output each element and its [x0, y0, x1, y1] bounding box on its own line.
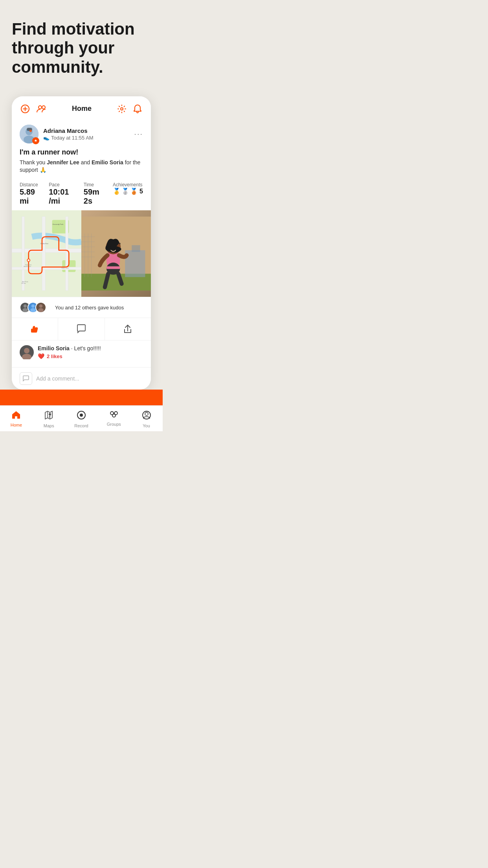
add-icon[interactable]	[20, 103, 31, 114]
svg-point-3	[39, 106, 42, 109]
header-title: Home	[72, 105, 92, 113]
kudos-text: You and 12 others gave kudos	[55, 305, 124, 311]
add-comment-row[interactable]: Add a comment...	[12, 367, 151, 390]
hero-section: Find motivation through your community.	[0, 0, 163, 88]
maps-icon	[44, 410, 53, 422]
svg-point-53	[38, 308, 44, 312]
comment-button[interactable]	[58, 318, 105, 340]
nav-home[interactable]: Home	[0, 409, 33, 430]
svg-rect-36	[106, 267, 120, 269]
svg-rect-54	[31, 329, 33, 333]
add-comment-input[interactable]: Add a comment...	[36, 375, 79, 382]
svg-text:Charles River: Charles River	[40, 243, 49, 245]
comment-body: Emilio Soria · Let's go!!!!! ❤️ 2 likes	[38, 345, 143, 359]
groups-label: Groups	[107, 422, 121, 427]
bell-icon[interactable]	[132, 103, 143, 114]
stat-achievements: Achievements 🥇 🥈 🥉 5	[113, 182, 143, 206]
svg-rect-18	[66, 217, 68, 291]
kudos-button[interactable]	[12, 318, 58, 340]
bronze-medal-icon: 🥉	[130, 188, 138, 195]
svg-point-4	[42, 106, 45, 109]
more-options-button[interactable]: ···	[134, 129, 143, 138]
svg-point-49	[22, 308, 28, 312]
stat-pace: Pace 10:01 /mi	[49, 182, 76, 206]
stat-time: Time 59m 2s	[84, 182, 105, 206]
comment-likes: ❤️ 2 likes	[38, 353, 143, 359]
home-icon	[11, 410, 21, 421]
comment-item: Emilio Soria · Let's go!!!!! ❤️ 2 likes	[20, 345, 143, 359]
share-button[interactable]	[105, 318, 151, 340]
svg-text:Harvard Stadium: Harvard Stadium	[24, 266, 31, 267]
you-label: You	[143, 423, 150, 428]
nav-record[interactable]: Record	[65, 409, 98, 430]
gold-medal-icon: 🥇	[113, 188, 121, 195]
nav-you[interactable]: You	[130, 409, 163, 430]
card-header: Home	[12, 96, 151, 120]
gear-icon[interactable]	[116, 103, 127, 114]
action-row	[12, 318, 151, 340]
hero-title: Find motivation through your community.	[12, 20, 151, 77]
route-map: Kennedy Park Charles River Start Point H…	[12, 210, 81, 297]
svg-point-10	[29, 130, 32, 132]
svg-point-66	[145, 412, 148, 416]
stats-row: Distance 5.89 mi Pace 10:01 /mi Time 59m…	[12, 179, 151, 210]
header-left-icons	[20, 103, 47, 114]
stat-distance: Distance 5.89 mi	[20, 182, 41, 206]
post-time: 👟 Today at 11:55 AM	[43, 135, 94, 141]
kudos-avatar-3	[35, 302, 46, 313]
svg-rect-32	[132, 245, 140, 252]
nav-maps[interactable]: Maps	[33, 409, 65, 430]
svg-point-50	[31, 304, 35, 308]
svg-marker-11	[34, 139, 37, 142]
svg-point-52	[39, 304, 43, 308]
user-meta: Adriana Marcos 👟 Today at 11:55 AM	[43, 127, 94, 141]
svg-point-61	[80, 414, 83, 417]
pace-label: Pace	[49, 182, 76, 188]
svg-point-48	[24, 304, 27, 308]
svg-text:Start Point: Start Point	[22, 281, 28, 283]
shoe-icon: 👟	[43, 135, 50, 141]
svg-point-55	[24, 348, 29, 353]
kudos-avatars	[20, 302, 46, 313]
achievements-label: Achievements	[113, 182, 143, 188]
commenter-avatar	[20, 345, 34, 359]
strava-badge	[32, 137, 39, 144]
comment-section: Emilio Soria · Let's go!!!!! ❤️ 2 likes	[12, 340, 151, 367]
svg-rect-17	[22, 217, 25, 291]
phone-card: Home	[12, 96, 151, 390]
user-name: Adriana Marcos	[43, 127, 94, 134]
maps-label: Maps	[44, 423, 54, 428]
post-content: I'm a runner now! Thank you Jennifer Lee…	[12, 147, 151, 179]
media-row: Kennedy Park Charles River Start Point H…	[12, 210, 151, 297]
orange-banner	[0, 390, 163, 405]
nav-groups[interactable]: Groups	[97, 409, 130, 430]
post-header: Adriana Marcos 👟 Today at 11:55 AM ···	[12, 120, 151, 147]
svg-point-5	[121, 108, 123, 110]
people-icon[interactable]	[36, 103, 47, 114]
silver-medal-icon: 🥈	[121, 188, 129, 195]
svg-point-51	[30, 308, 36, 312]
time-value: 59m 2s	[84, 188, 105, 206]
you-icon	[142, 410, 151, 422]
comment-author-text: Emilio Soria · Let's go!!!!!	[38, 345, 143, 351]
svg-point-37	[110, 246, 112, 249]
svg-point-38	[114, 246, 116, 249]
svg-rect-16	[42, 217, 46, 291]
groups-icon	[109, 410, 119, 421]
svg-text:Baker Lawn: Baker Lawn	[62, 268, 69, 269]
svg-text:CRC track: CRC track	[21, 283, 26, 284]
post-title: I'm a runner now!	[20, 148, 143, 156]
heart-icon: ❤️	[38, 353, 44, 359]
post-description: Thank you Jennifer Lee and Emilio Soria …	[20, 159, 143, 174]
record-label: Record	[74, 423, 88, 428]
pace-value: 10:01 /mi	[49, 188, 76, 206]
svg-text:Kennedy Park: Kennedy Park	[53, 223, 64, 225]
distance-value: 5.89 mi	[20, 188, 41, 206]
achievements-icons: 🥇 🥈 🥉 5	[113, 188, 143, 195]
svg-point-56	[22, 354, 31, 359]
kudos-row: You and 12 others gave kudos	[12, 297, 151, 318]
runner-photo	[81, 210, 151, 297]
time-label: Time	[84, 182, 105, 188]
svg-text:Start Point: Start Point	[25, 264, 31, 266]
distance-label: Distance	[20, 182, 41, 188]
